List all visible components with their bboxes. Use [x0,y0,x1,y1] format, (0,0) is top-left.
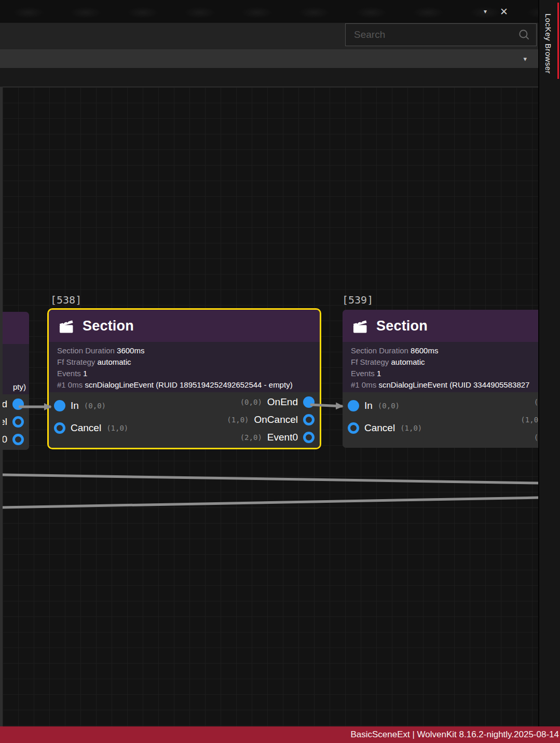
port-onend[interactable]: (0,0) OnEnd [521,393,538,411]
search-box[interactable] [345,23,537,46]
node-section-538[interactable]: Section Section Duration 3600ms Ff Strat… [49,310,320,448]
window-titlebar: ▾ ✕ [0,0,538,23]
port-onend[interactable]: (0,0) OnEnd [227,393,317,411]
node-details: pty) [3,344,29,394]
window-close-button[interactable]: ✕ [494,0,514,23]
port-circle-filled[interactable] [12,398,24,410]
graph-canvas[interactable]: pty) OnEnd OnCancel Event0 [538] [3,87,538,726]
port-in[interactable]: In (0,0) [52,396,128,416]
active-tab-accent [557,3,559,79]
port-circle-hollow[interactable] [303,414,315,425]
port-circle-hollow[interactable] [12,416,24,428]
window-menu-caret-icon[interactable]: ▾ [475,0,496,23]
port-circle-hollow[interactable] [12,434,24,445]
port-cancel[interactable]: Cancel (1,0) [346,418,422,438]
port-circle-filled[interactable] [303,396,315,408]
port-oncancel[interactable]: OnCancel [3,413,26,431]
chevron-down-icon: ▾ [523,55,527,63]
node-header[interactable]: Section [49,310,320,342]
edge-long-upper [3,475,538,483]
side-tab-panel: LocKey Browser [538,0,560,726]
port-cancel[interactable]: Cancel (1,0) [52,418,128,438]
status-text: BasicSceneExt | WolvenKit 8.16.2-nightly… [350,730,559,740]
node-section-539[interactable]: Section Section Duration 8600ms Ff Strat… [343,310,538,448]
port-oncancel[interactable]: (1,0) OnCancel [227,411,317,429]
port-circle-hollow[interactable] [348,422,359,434]
port-event0[interactable]: (2,0) Event0 [227,429,317,446]
node-title: Section [376,318,428,334]
port-circle-filled[interactable] [54,400,65,411]
port-circle-filled[interactable] [348,400,359,411]
tab-lockey-browser[interactable]: LocKey Browser [544,13,553,74]
clapperboard-icon [351,317,368,335]
port-event0[interactable]: Event0 [3,431,26,448]
node-badge-538: [538] [50,293,81,307]
node-title: Section [83,318,134,334]
node-ports: In (0,0) Cancel (1,0) (0,0) OnEnd (1,0) [49,392,320,448]
node-details: Section Duration 3600ms Ff Strategy auto… [49,342,320,392]
node-ports: OnEnd OnCancel Event0 [3,394,29,450]
node-header[interactable]: Section [343,310,538,342]
port-circle-hollow[interactable] [54,422,65,434]
edge-long-lower [3,498,538,507]
port-in[interactable]: In (0,0) [346,396,422,416]
node-section-partial[interactable]: pty) OnEnd OnCancel Event0 [3,312,29,450]
search-input[interactable] [353,29,517,41]
clapperboard-icon [57,317,75,335]
status-bar: BasicSceneExt | WolvenKit 8.16.2-nightly… [0,726,560,743]
node-header[interactable] [3,312,29,344]
node-details: Section Duration 8600ms Ff Strategy auto… [343,342,538,392]
port-event0[interactable]: (2,0) Event0 [521,429,538,446]
port-onend[interactable]: OnEnd [3,395,26,413]
graph-toolbar [0,23,538,49]
toolbar-spacer [0,68,538,87]
node-ports: In (0,0) Cancel (1,0) (0,0) OnEnd (1,0) [343,392,538,448]
node-badge-539: [539] [342,293,373,307]
search-icon [517,28,531,42]
detail-fragment: pty) [13,382,26,391]
node-type-dropdown[interactable]: ▾ [0,49,538,68]
port-circle-hollow[interactable] [303,432,315,443]
port-oncancel[interactable]: (1,0) OnCancel [521,411,538,429]
